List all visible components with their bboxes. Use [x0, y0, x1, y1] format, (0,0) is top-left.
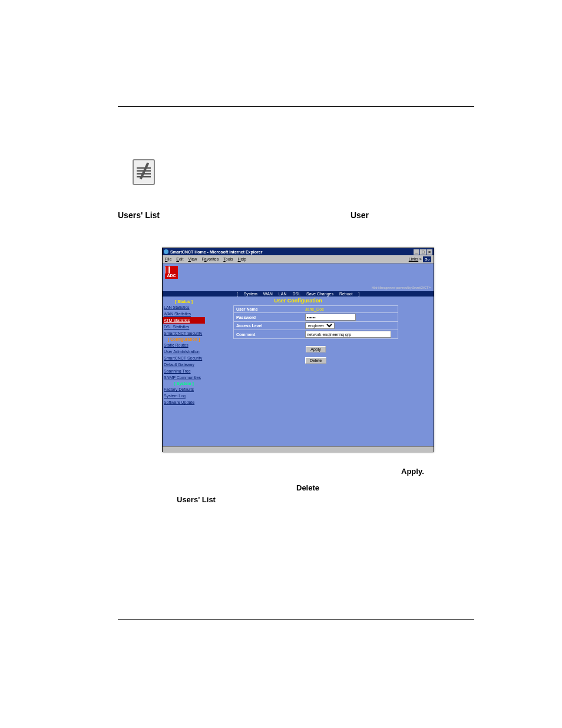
nav-save[interactable]: Save Changes	[306, 292, 333, 296]
menu-tools[interactable]: Tools	[223, 257, 233, 261]
nav-bracket-open: [	[237, 292, 238, 296]
menu-file[interactable]: File	[165, 257, 171, 261]
sidebar-item-system-log[interactable]: System Log	[163, 393, 205, 399]
sidebar-item-wan-statistics[interactable]: WAN Statistics	[163, 311, 205, 317]
menu-edit[interactable]: Edit	[176, 257, 183, 261]
rule-bottom	[118, 619, 474, 620]
sidebar: [ Status ] LAN Statistics WAN Statistics…	[163, 299, 205, 406]
menu-help[interactable]: Help	[238, 257, 246, 261]
delete-bold: Delete	[296, 483, 319, 492]
sidebar-item-atm-statistics[interactable]: ATM Statistics	[163, 317, 205, 324]
menu-favorites[interactable]: Favorites	[201, 257, 219, 261]
nav-wan[interactable]: WAN	[263, 292, 273, 296]
sidebar-item-default-gateway[interactable]: Default Gateway	[163, 361, 205, 368]
browser-titlebar: SmartCNCT Home - Microsoft Internet Expl…	[163, 248, 434, 255]
body-text-line4: Users' List	[118, 495, 216, 504]
comment-input[interactable]	[305, 331, 391, 338]
access-level-label: Access Level	[234, 322, 303, 330]
browser-window: SmartCNCT Home - Microsoft Internet Expl…	[162, 248, 434, 452]
password-label: Password	[234, 313, 303, 321]
row-access-level: Access Level engineer	[233, 321, 398, 330]
nav-dsl[interactable]: DSL	[292, 292, 300, 296]
row-comment: Comment	[233, 330, 398, 339]
user-config-form: User Name Jane_Doe Password Access Level…	[233, 306, 398, 364]
sidebar-item-snmp[interactable]: SNMP Communities	[163, 374, 205, 381]
nav-reboot[interactable]: Reboot	[339, 292, 353, 296]
users-list-bold: Users' List	[118, 210, 160, 220]
ie-icon	[164, 249, 168, 254]
browser-status-bar	[163, 446, 434, 453]
adc-logo-text: ADC	[167, 274, 176, 278]
users-list-bold-2: Users' List	[177, 495, 216, 504]
menu-view[interactable]: View	[188, 257, 197, 261]
maximize-button[interactable]: □	[420, 249, 426, 255]
password-input[interactable]	[305, 314, 356, 321]
sidebar-item-lan-statistics[interactable]: LAN Statistics	[163, 304, 205, 311]
note-icon	[133, 159, 155, 185]
adc-logo: ADC	[165, 266, 178, 279]
delete-button[interactable]: Delete	[305, 357, 326, 364]
sidebar-item-static-routes[interactable]: Static Routes	[163, 342, 205, 348]
row-password: Password	[233, 312, 398, 322]
body-text-line3: Delete	[118, 483, 319, 492]
nav-system[interactable]: System	[244, 292, 257, 296]
rule-top	[118, 106, 474, 107]
sidebar-item-security-2[interactable]: SmartCNCT Security	[163, 355, 205, 361]
sidebar-system-header: [ System ]	[163, 381, 205, 386]
nav-bracket-close: ]	[358, 292, 359, 296]
user-name-label: User Name	[234, 306, 303, 312]
sidebar-item-user-admin[interactable]: User Administration	[163, 348, 205, 355]
sidebar-item-spanning-tree[interactable]: Spanning Tree	[163, 368, 205, 374]
minimize-button[interactable]: _	[414, 249, 419, 255]
body-text-line2: Apply.	[118, 467, 424, 476]
body-text-line1: Users' List User	[118, 210, 369, 220]
powered-by-label: Web Management powered by SmartCNCT™	[371, 286, 431, 289]
browser-content: ADC Web Management powered by SmartCNCT™…	[163, 263, 434, 446]
apply-bold: Apply.	[401, 467, 424, 476]
sidebar-item-factory-defaults[interactable]: Factory Defaults	[163, 386, 205, 393]
user-name-value: Jane_Doe	[303, 306, 398, 312]
sidebar-item-software-update[interactable]: Software Update	[163, 399, 205, 406]
sidebar-status-header: [ Status ]	[163, 299, 205, 304]
user-bold: User	[351, 210, 369, 220]
browser-menubar: File Edit View Favorites Tools Help Link…	[163, 255, 434, 263]
links-label[interactable]: Links	[409, 257, 418, 261]
row-user-name: User Name Jane_Doe	[233, 305, 398, 313]
nav-lan[interactable]: LAN	[279, 292, 287, 296]
top-nav-bar: [ System WAN LAN DSL Save Changes Reboot…	[163, 291, 434, 297]
browser-title: SmartCNCT Home - Microsoft Internet Expl…	[170, 250, 262, 254]
sidebar-item-dsl-statistics[interactable]: DSL Statistics	[163, 324, 205, 330]
sidebar-config-header: [ Configuration ]	[163, 337, 205, 341]
close-button[interactable]: ×	[427, 249, 432, 255]
go-button[interactable]: Go	[423, 256, 431, 262]
sidebar-item-security-1[interactable]: SmartCNCT Security	[163, 330, 205, 337]
access-level-select[interactable]: engineer	[305, 322, 335, 329]
apply-button[interactable]: Apply	[306, 346, 326, 353]
comment-label: Comment	[234, 330, 303, 338]
